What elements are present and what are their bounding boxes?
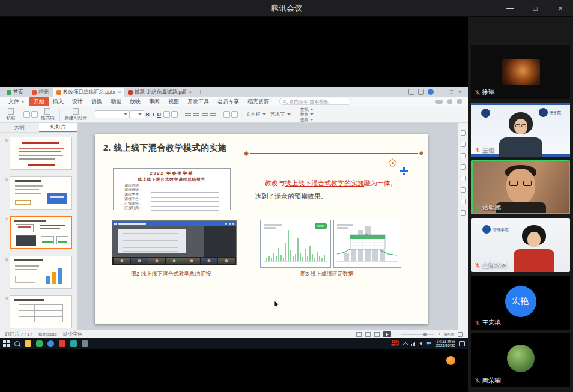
align-left-icon[interactable] <box>185 112 191 117</box>
participant-tile[interactable]: 理学院 王佳 <box>471 103 570 157</box>
align-right-icon[interactable] <box>202 112 208 117</box>
user-avatar-icon[interactable] <box>428 89 434 95</box>
panel-tab-slides[interactable]: 幻灯片 <box>39 123 78 132</box>
wps-maximize-button[interactable]: □ <box>450 89 453 95</box>
slide-thumbnail[interactable] <box>10 176 72 210</box>
find-button[interactable]: 查找 <box>300 107 314 112</box>
missing-font-indicator[interactable]: 缺少字体 <box>63 331 82 337</box>
slide-editor-area[interactable]: 2. 线上线下混合教学模式的实施 教改与线上线下混合式教学的实施融为一体, 达到… <box>78 123 458 330</box>
cut-icon[interactable] <box>23 111 30 118</box>
zoom-out-button[interactable]: − <box>395 331 398 337</box>
word-art-button[interactable]: 艺术字 <box>268 111 293 118</box>
menu-tab-slideshow[interactable]: 放映 <box>126 97 145 106</box>
tray-expand-icon[interactable] <box>403 342 408 346</box>
underline-button[interactable]: U <box>156 112 163 118</box>
menu-tab-docer-resources[interactable]: 稻壳资源 <box>243 97 273 106</box>
bold-button[interactable]: B <box>144 112 151 118</box>
close-button[interactable]: × <box>548 0 573 17</box>
highlight-icon[interactable] <box>171 111 178 118</box>
document-tab-pdf[interactable]: 试题-北纺仿真试题.pdf × <box>124 88 195 97</box>
design-pane-icon[interactable] <box>461 153 466 158</box>
slide-thumbnail[interactable] <box>10 256 72 289</box>
font-family-select[interactable] <box>95 110 130 118</box>
bullet-list-icon[interactable] <box>210 112 216 117</box>
bell-icon[interactable] <box>447 99 452 104</box>
wps-taskbar-icon[interactable] <box>59 340 65 347</box>
taskbar-clock[interactable]: 14:31 周日 2022/10/30 <box>435 339 455 348</box>
copy-icon[interactable] <box>31 111 38 118</box>
tab-close-icon[interactable]: × <box>118 89 121 95</box>
italic-button[interactable]: I <box>151 112 156 118</box>
minimize-button[interactable]: — <box>497 0 523 17</box>
wechat-icon[interactable] <box>36 340 43 347</box>
maximize-button[interactable]: □ <box>523 0 548 17</box>
wps-close-button[interactable]: × <box>459 89 462 95</box>
picture-icon[interactable] <box>231 111 238 118</box>
menu-file[interactable]: 文件 <box>4 98 29 106</box>
slide-thumbnail-current[interactable] <box>10 216 72 249</box>
tab-close-icon[interactable]: × <box>189 89 192 95</box>
participant-tile[interactable]: 周荣辅 <box>471 333 570 387</box>
notification-icon[interactable] <box>418 89 424 95</box>
fit-screen-icon[interactable] <box>458 332 463 337</box>
chart-pane-icon[interactable] <box>461 164 466 170</box>
slide-thumbnail-row[interactable]: 9 <box>2 295 76 328</box>
format-painter-button[interactable]: 格式刷 <box>38 108 57 121</box>
properties-icon[interactable] <box>461 130 466 136</box>
align-center-icon[interactable] <box>193 112 199 117</box>
help-pane-icon[interactable] <box>461 187 466 193</box>
slide-canvas[interactable]: 2. 线上线下混合教学模式的实施 教改与线上线下混合式教学的实施融为一体, 达到… <box>95 134 428 324</box>
more-pane-icon[interactable] <box>461 210 466 216</box>
menu-tab-devtools[interactable]: 开发工具 <box>183 97 213 106</box>
wps-home-tab[interactable]: 首页 <box>2 88 28 97</box>
paste-button[interactable]: 粘贴 <box>4 108 17 121</box>
panel-tab-outline[interactable]: 大纲 <box>0 123 39 132</box>
zoom-slider[interactable] <box>401 334 434 335</box>
participant-tile[interactable]: 管理学院 山清水秀 <box>471 218 570 272</box>
participant-tile-active-speaker[interactable]: 靖鲲鹏 <box>471 160 570 214</box>
slide-thumbnail-row[interactable]: 5 <box>2 137 76 170</box>
slide-thumbnail-row[interactable]: 6 <box>2 176 76 210</box>
system-monitor-widget[interactable]: 52% 36℃ <box>391 340 399 347</box>
wps-assistant-floater[interactable] <box>446 356 455 365</box>
participant-tile[interactable]: 徐琳 <box>471 45 570 99</box>
slide-sorter-icon[interactable] <box>365 332 371 337</box>
text-box-button[interactable]: 文本框 <box>244 111 268 118</box>
normal-view-icon[interactable] <box>356 332 362 337</box>
slide-thumbnail-row-selected[interactable]: 7 <box>2 216 76 249</box>
new-tab-button[interactable]: + <box>195 88 206 95</box>
menu-tab-design[interactable]: 设计 <box>68 97 87 106</box>
participant-tile[interactable]: 宏艳 王宏艳 <box>471 276 570 330</box>
menu-tab-home[interactable]: 开始 <box>29 97 49 106</box>
taskbar-search-icon[interactable] <box>14 341 20 346</box>
replace-button[interactable]: 替换 <box>300 112 314 116</box>
reading-view-icon[interactable] <box>374 332 380 337</box>
wps-minimize-button[interactable]: — <box>439 89 444 95</box>
slide-thumbnail[interactable] <box>10 137 72 170</box>
zoom-in-button[interactable]: + <box>438 331 441 337</box>
menu-tab-review[interactable]: 审阅 <box>145 97 164 106</box>
volume-icon[interactable] <box>419 342 422 345</box>
document-tab-pptx[interactable]: 教改项目草稿汇总.pptx × <box>53 88 124 97</box>
menu-tab-insert[interactable]: 插入 <box>49 97 68 106</box>
browser-icon[interactable] <box>47 340 54 347</box>
shapes-icon[interactable] <box>223 111 230 118</box>
slideshow-play-button[interactable] <box>383 331 391 337</box>
comment-pane-icon[interactable] <box>461 176 466 181</box>
file-explorer-icon[interactable] <box>25 340 31 347</box>
slide-thumbnail[interactable] <box>10 295 72 328</box>
cloud-sync-icon[interactable] <box>435 100 443 104</box>
slide-thumbnail-row[interactable]: 8 <box>2 256 76 289</box>
menu-tab-transition[interactable]: 切换 <box>87 97 106 106</box>
zoom-level[interactable]: 84% <box>444 331 454 337</box>
menu-tab-animation[interactable]: 动画 <box>106 97 126 106</box>
font-size-select[interactable] <box>130 110 144 118</box>
select-button[interactable]: 选择 <box>300 118 314 122</box>
menu-tab-member[interactable]: 会员专享 <box>213 97 243 106</box>
resource-pane-icon[interactable] <box>461 199 466 204</box>
network-icon[interactable] <box>411 342 416 346</box>
animation-pane-icon[interactable] <box>461 142 466 147</box>
menu-tab-view[interactable]: 视图 <box>164 97 183 106</box>
start-button[interactable] <box>3 340 10 347</box>
font-color-icon[interactable] <box>163 111 170 118</box>
